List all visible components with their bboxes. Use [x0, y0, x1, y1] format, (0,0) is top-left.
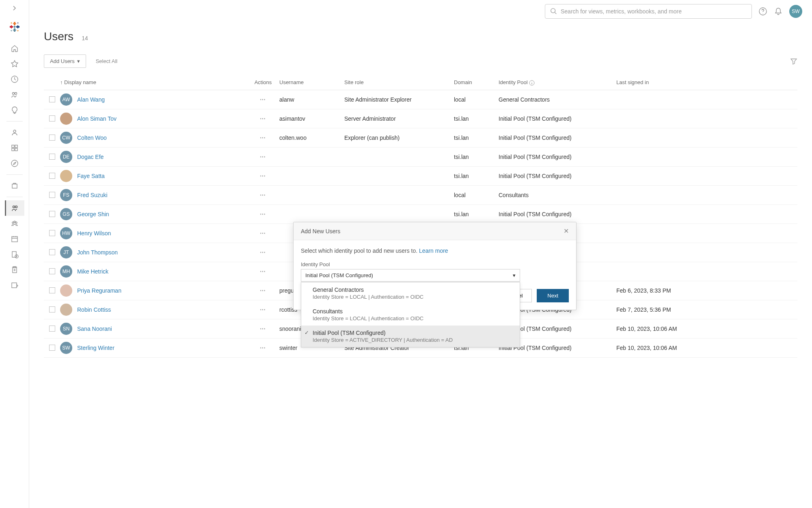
groups-icon[interactable]: [5, 216, 24, 231]
row-checkbox[interactable]: [49, 287, 55, 293]
svg-rect-33: [12, 237, 17, 242]
user-name-link[interactable]: Sana Noorani: [77, 326, 112, 332]
user-name-link[interactable]: Colten Woo: [77, 135, 107, 141]
avatar: [60, 170, 72, 182]
svg-point-26: [11, 160, 18, 167]
cell-domain: tsi.lan: [454, 135, 499, 141]
dropdown-option[interactable]: ✓ Initial Pool (TSM Configured) Identity…: [301, 326, 520, 347]
row-actions-menu[interactable]: ⋯: [260, 96, 266, 103]
identity-pool-select[interactable]: Initial Pool (TSM Configured) ▾: [301, 269, 520, 282]
recommendations-icon[interactable]: [5, 102, 24, 118]
row-checkbox[interactable]: [49, 306, 55, 313]
tableau-logo-icon[interactable]: [9, 21, 20, 33]
user-name-link[interactable]: Faye Satta: [77, 173, 105, 179]
row-checkbox[interactable]: [49, 249, 55, 255]
row-actions-menu[interactable]: ⋯: [260, 192, 266, 198]
shared-icon[interactable]: [5, 87, 24, 102]
dropdown-option[interactable]: Consultants Identity Store = LOCAL | Aut…: [301, 304, 520, 326]
explore-icon[interactable]: [5, 156, 24, 171]
avatar: MH: [60, 265, 72, 278]
favorites-icon[interactable]: [5, 56, 24, 72]
next-button[interactable]: Next: [537, 289, 569, 302]
cell-username: colten.woo: [279, 135, 344, 141]
select-all-button[interactable]: Select All: [96, 58, 117, 64]
row-actions-menu[interactable]: ⋯: [260, 230, 266, 237]
avatar: DE: [60, 151, 72, 163]
site-status-icon[interactable]: [5, 278, 24, 293]
row-checkbox[interactable]: [49, 268, 55, 274]
row-actions-menu[interactable]: ⋯: [260, 345, 266, 351]
row-checkbox[interactable]: [49, 230, 55, 236]
avatar: AW: [60, 93, 72, 106]
user-name-link[interactable]: Priya Reguraman: [77, 287, 121, 294]
svg-rect-23: [15, 145, 17, 148]
learn-more-link[interactable]: Learn more: [419, 247, 448, 254]
dropdown-option[interactable]: General Contractors Identity Store = LOC…: [301, 282, 520, 304]
collections-icon[interactable]: [5, 140, 24, 156]
col-domain[interactable]: Domain: [454, 79, 499, 86]
cell-domain: local: [454, 192, 499, 198]
external-assets-icon[interactable]: [5, 178, 24, 193]
row-actions-menu[interactable]: ⋯: [260, 306, 266, 313]
row-actions-menu[interactable]: ⋯: [260, 154, 266, 160]
filter-icon[interactable]: [790, 58, 797, 65]
row-actions-menu[interactable]: ⋯: [260, 135, 266, 141]
row-actions-menu[interactable]: ⋯: [260, 287, 266, 294]
search-input[interactable]: [561, 8, 747, 15]
row-checkbox[interactable]: [49, 326, 55, 332]
user-name-link[interactable]: Robin Cottiss: [77, 306, 111, 313]
info-icon[interactable]: [529, 80, 535, 86]
svg-rect-34: [12, 252, 16, 257]
avatar: [60, 113, 72, 125]
col-site-role[interactable]: Site role: [344, 79, 454, 86]
schedules-icon[interactable]: [5, 231, 24, 247]
row-checkbox[interactable]: [49, 115, 55, 122]
row-checkbox[interactable]: [49, 192, 55, 198]
user-name-link[interactable]: Mike Hetrick: [77, 268, 108, 275]
help-icon[interactable]: [758, 7, 767, 16]
notifications-icon[interactable]: [774, 7, 783, 16]
svg-rect-27: [12, 184, 17, 188]
search-box[interactable]: [545, 4, 752, 19]
row-actions-menu[interactable]: ⋯: [260, 249, 266, 256]
users-nav-icon[interactable]: [5, 200, 24, 216]
row-checkbox[interactable]: [49, 96, 55, 102]
row-actions-menu[interactable]: ⋯: [260, 268, 266, 275]
user-avatar[interactable]: SW: [789, 5, 802, 18]
close-icon[interactable]: ✕: [564, 227, 569, 235]
cell-domain: tsi.lan: [454, 154, 499, 160]
identity-pool-dropdown: General Contractors Identity Store = LOC…: [301, 282, 520, 347]
add-users-button[interactable]: Add Users ▾: [44, 54, 86, 68]
user-name-link[interactable]: Sterling Winter: [77, 345, 114, 351]
svg-point-20: [15, 93, 17, 95]
personal-space-icon[interactable]: [5, 125, 24, 140]
table-row: CW Colten Woo ⋯ colten.woo Explorer (can…: [44, 128, 797, 148]
user-name-link[interactable]: Henry Wilson: [77, 230, 111, 237]
row-actions-menu[interactable]: ⋯: [260, 173, 266, 179]
row-checkbox[interactable]: [49, 211, 55, 217]
row-actions-menu[interactable]: ⋯: [260, 115, 266, 122]
user-name-link[interactable]: Fred Suzuki: [77, 192, 108, 198]
row-checkbox[interactable]: [49, 154, 55, 160]
row-checkbox[interactable]: [49, 173, 55, 179]
user-name-link[interactable]: George Shin: [77, 211, 109, 217]
row-checkbox[interactable]: [49, 345, 55, 351]
home-icon[interactable]: [5, 41, 24, 56]
expand-sidebar-icon[interactable]: [11, 5, 18, 11]
user-name-link[interactable]: John Thompson: [77, 249, 118, 256]
user-name-link[interactable]: Alon Siman Tov: [77, 115, 117, 122]
row-actions-menu[interactable]: ⋯: [260, 326, 266, 332]
row-actions-menu[interactable]: ⋯: [260, 211, 266, 217]
recents-icon[interactable]: [5, 72, 24, 87]
row-checkbox[interactable]: [49, 135, 55, 141]
cell-domain: tsi.lan: [454, 115, 499, 122]
cell-identity-pool: Initial Pool (TSM Configured): [499, 135, 616, 141]
col-last-signed-in[interactable]: Last signed in: [616, 79, 797, 86]
tasks-icon[interactable]: [5, 262, 24, 278]
col-display-name[interactable]: ↑ Display name: [60, 79, 247, 86]
user-name-link[interactable]: Dogac Efe: [77, 154, 104, 160]
col-identity-pool[interactable]: Identity Pool: [499, 79, 616, 86]
jobs-icon[interactable]: [5, 247, 24, 262]
col-username[interactable]: Username: [279, 79, 344, 86]
user-name-link[interactable]: Alan Wang: [77, 96, 105, 103]
